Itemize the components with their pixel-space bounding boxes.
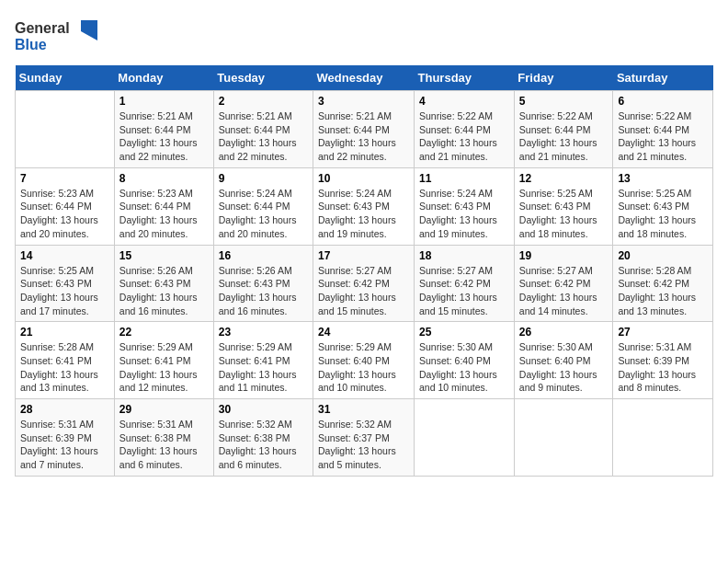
day-number: 9	[219, 172, 308, 185]
day-info: Sunrise: 5:23 AM Sunset: 6:44 PM Dayligh…	[20, 188, 98, 239]
day-number: 15	[119, 249, 209, 262]
day-number: 12	[519, 172, 609, 185]
calendar-cell: 10Sunrise: 5:24 AM Sunset: 6:43 PM Dayli…	[313, 167, 415, 245]
day-number: 5	[519, 95, 609, 108]
page-header: GeneralBlue	[15, 15, 713, 56]
day-header-saturday: Saturday	[613, 65, 713, 91]
day-info: Sunrise: 5:22 AM Sunset: 6:44 PM Dayligh…	[519, 110, 597, 162]
day-info: Sunrise: 5:24 AM Sunset: 6:43 PM Dayligh…	[419, 188, 497, 239]
day-info: Sunrise: 5:21 AM Sunset: 6:44 PM Dayligh…	[119, 110, 198, 162]
day-number: 16	[219, 249, 308, 262]
calendar-cell: 6Sunrise: 5:22 AM Sunset: 6:44 PM Daylig…	[613, 91, 713, 168]
day-number: 20	[618, 249, 708, 262]
day-number: 21	[20, 326, 109, 339]
calendar-cell: 24Sunrise: 5:29 AM Sunset: 6:40 PM Dayli…	[313, 322, 415, 399]
day-info: Sunrise: 5:21 AM Sunset: 6:44 PM Dayligh…	[318, 110, 396, 162]
day-info: Sunrise: 5:29 AM Sunset: 6:40 PM Dayligh…	[318, 341, 396, 393]
day-info: Sunrise: 5:24 AM Sunset: 6:44 PM Dayligh…	[219, 188, 297, 239]
svg-text:General: General	[15, 20, 70, 36]
day-number: 17	[318, 249, 409, 262]
calendar-cell: 3Sunrise: 5:21 AM Sunset: 6:44 PM Daylig…	[313, 91, 415, 168]
day-number: 29	[119, 403, 209, 416]
day-number: 4	[419, 95, 509, 108]
day-info: Sunrise: 5:21 AM Sunset: 6:44 PM Dayligh…	[219, 110, 297, 162]
calendar-cell: 28Sunrise: 5:31 AM Sunset: 6:39 PM Dayli…	[16, 399, 115, 477]
day-header-friday: Friday	[514, 65, 613, 91]
day-info: Sunrise: 5:26 AM Sunset: 6:43 PM Dayligh…	[119, 265, 198, 316]
calendar-cell: 5Sunrise: 5:22 AM Sunset: 6:44 PM Daylig…	[514, 91, 613, 168]
day-number: 2	[219, 95, 308, 108]
calendar-cell: 11Sunrise: 5:24 AM Sunset: 6:43 PM Dayli…	[415, 167, 515, 245]
svg-text:Blue: Blue	[15, 37, 47, 52]
calendar-cell: 18Sunrise: 5:27 AM Sunset: 6:42 PM Dayli…	[415, 245, 515, 322]
calendar-week-row: 1Sunrise: 5:21 AM Sunset: 6:44 PM Daylig…	[16, 91, 713, 168]
calendar-table: SundayMondayTuesdayWednesdayThursdayFrid…	[15, 65, 713, 477]
calendar-cell: 23Sunrise: 5:29 AM Sunset: 6:41 PM Dayli…	[213, 322, 313, 399]
day-number: 28	[20, 403, 109, 416]
day-number: 6	[618, 95, 708, 108]
day-info: Sunrise: 5:32 AM Sunset: 6:38 PM Dayligh…	[219, 419, 297, 470]
calendar-cell: 17Sunrise: 5:27 AM Sunset: 6:42 PM Dayli…	[313, 245, 415, 322]
day-info: Sunrise: 5:27 AM Sunset: 6:42 PM Dayligh…	[318, 265, 396, 316]
day-info: Sunrise: 5:24 AM Sunset: 6:43 PM Dayligh…	[318, 188, 396, 239]
calendar-week-row: 7Sunrise: 5:23 AM Sunset: 6:44 PM Daylig…	[16, 167, 713, 245]
day-header-tuesday: Tuesday	[213, 65, 313, 91]
day-number: 31	[318, 403, 409, 416]
day-number: 13	[618, 172, 708, 185]
calendar-cell: 20Sunrise: 5:28 AM Sunset: 6:42 PM Dayli…	[613, 245, 713, 322]
calendar-week-row: 28Sunrise: 5:31 AM Sunset: 6:39 PM Dayli…	[16, 399, 713, 477]
calendar-cell	[415, 399, 515, 477]
calendar-week-row: 21Sunrise: 5:28 AM Sunset: 6:41 PM Dayli…	[16, 322, 713, 399]
day-info: Sunrise: 5:30 AM Sunset: 6:40 PM Dayligh…	[519, 341, 597, 393]
calendar-cell: 22Sunrise: 5:29 AM Sunset: 6:41 PM Dayli…	[114, 322, 213, 399]
day-info: Sunrise: 5:23 AM Sunset: 6:44 PM Dayligh…	[119, 188, 198, 239]
calendar-cell: 13Sunrise: 5:25 AM Sunset: 6:43 PM Dayli…	[613, 167, 713, 245]
calendar-cell: 2Sunrise: 5:21 AM Sunset: 6:44 PM Daylig…	[213, 91, 313, 168]
day-info: Sunrise: 5:31 AM Sunset: 6:38 PM Dayligh…	[119, 419, 198, 470]
day-number: 1	[119, 95, 209, 108]
day-number: 10	[318, 172, 409, 185]
day-info: Sunrise: 5:30 AM Sunset: 6:40 PM Dayligh…	[419, 341, 497, 393]
day-number: 23	[219, 326, 308, 339]
calendar-cell: 15Sunrise: 5:26 AM Sunset: 6:43 PM Dayli…	[114, 245, 213, 322]
calendar-cell: 19Sunrise: 5:27 AM Sunset: 6:42 PM Dayli…	[514, 245, 613, 322]
day-info: Sunrise: 5:25 AM Sunset: 6:43 PM Dayligh…	[519, 188, 597, 239]
day-info: Sunrise: 5:22 AM Sunset: 6:44 PM Dayligh…	[419, 110, 497, 162]
day-number: 11	[419, 172, 509, 185]
day-header-wednesday: Wednesday	[313, 65, 415, 91]
day-number: 30	[219, 403, 308, 416]
calendar-cell: 8Sunrise: 5:23 AM Sunset: 6:44 PM Daylig…	[114, 167, 213, 245]
calendar-cell: 16Sunrise: 5:26 AM Sunset: 6:43 PM Dayli…	[213, 245, 313, 322]
day-info: Sunrise: 5:22 AM Sunset: 6:44 PM Dayligh…	[618, 110, 696, 162]
day-number: 18	[419, 249, 509, 262]
calendar-cell: 31Sunrise: 5:32 AM Sunset: 6:37 PM Dayli…	[313, 399, 415, 477]
day-number: 8	[119, 172, 209, 185]
calendar-cell: 29Sunrise: 5:31 AM Sunset: 6:38 PM Dayli…	[114, 399, 213, 477]
day-number: 25	[419, 326, 509, 339]
day-number: 26	[519, 326, 609, 339]
calendar-cell: 4Sunrise: 5:22 AM Sunset: 6:44 PM Daylig…	[415, 91, 515, 168]
day-info: Sunrise: 5:31 AM Sunset: 6:39 PM Dayligh…	[20, 419, 98, 470]
day-info: Sunrise: 5:28 AM Sunset: 6:42 PM Dayligh…	[618, 265, 696, 316]
day-header-thursday: Thursday	[415, 65, 515, 91]
svg-marker-2	[81, 20, 97, 40]
calendar-header-row: SundayMondayTuesdayWednesdayThursdayFrid…	[16, 65, 713, 91]
calendar-cell: 7Sunrise: 5:23 AM Sunset: 6:44 PM Daylig…	[16, 167, 115, 245]
day-info: Sunrise: 5:29 AM Sunset: 6:41 PM Dayligh…	[119, 341, 198, 393]
day-number: 24	[318, 326, 409, 339]
day-header-monday: Monday	[114, 65, 213, 91]
calendar-week-row: 14Sunrise: 5:25 AM Sunset: 6:43 PM Dayli…	[16, 245, 713, 322]
calendar-cell	[16, 91, 115, 168]
calendar-cell: 27Sunrise: 5:31 AM Sunset: 6:39 PM Dayli…	[613, 322, 713, 399]
day-info: Sunrise: 5:31 AM Sunset: 6:39 PM Dayligh…	[618, 341, 696, 393]
day-number: 7	[20, 172, 109, 185]
day-number: 27	[618, 326, 708, 339]
calendar-cell: 1Sunrise: 5:21 AM Sunset: 6:44 PM Daylig…	[114, 91, 213, 168]
day-number: 3	[318, 95, 409, 108]
logo-svg: GeneralBlue	[15, 15, 97, 56]
calendar-cell: 25Sunrise: 5:30 AM Sunset: 6:40 PM Dayli…	[415, 322, 515, 399]
calendar-cell: 12Sunrise: 5:25 AM Sunset: 6:43 PM Dayli…	[514, 167, 613, 245]
calendar-cell: 30Sunrise: 5:32 AM Sunset: 6:38 PM Dayli…	[213, 399, 313, 477]
day-number: 19	[519, 249, 609, 262]
calendar-cell: 9Sunrise: 5:24 AM Sunset: 6:44 PM Daylig…	[213, 167, 313, 245]
